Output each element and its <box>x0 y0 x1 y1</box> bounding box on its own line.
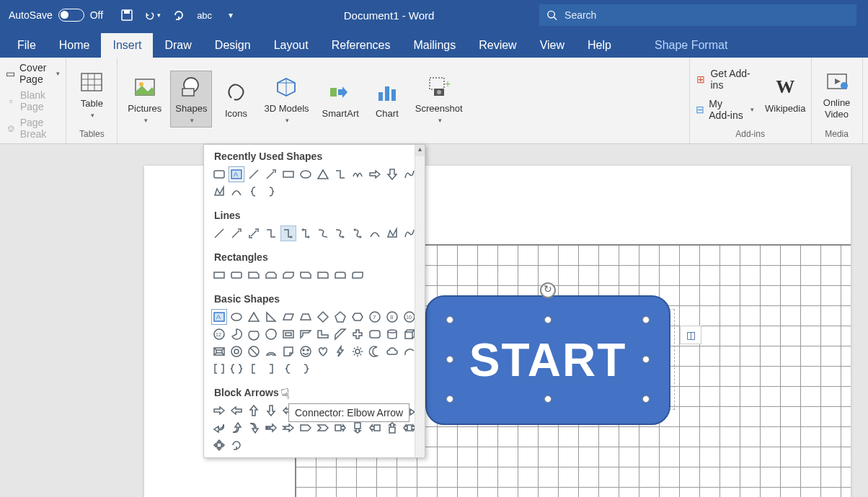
basic-double-brace[interactable] <box>229 361 244 377</box>
shape-sun-burst[interactable] <box>350 166 366 182</box>
arrow-chevron[interactable] <box>315 420 331 436</box>
handle-sw[interactable] <box>446 395 453 403</box>
shape-right-brace[interactable] <box>263 184 279 200</box>
rect-snip1[interactable] <box>246 267 262 283</box>
rect-snip2same[interactable] <box>263 267 279 283</box>
search-input[interactable] <box>564 9 849 21</box>
basic-sun[interactable] <box>350 344 366 359</box>
basic-pie[interactable] <box>229 326 244 342</box>
customize-qat-icon[interactable]: ▾ <box>223 7 239 23</box>
tab-references[interactable]: References <box>320 33 402 58</box>
rect-rounded[interactable] <box>229 267 244 283</box>
basic-chord[interactable] <box>246 326 262 342</box>
handle-e[interactable] <box>642 356 650 363</box>
layout-options-button[interactable]: ◫ <box>680 326 701 344</box>
arrow-callout-quad[interactable] <box>211 437 227 453</box>
page-break-button[interactable]: ⎊Page Break <box>6 115 60 141</box>
shape-triangle[interactable] <box>315 166 331 182</box>
arrow-callout-u[interactable] <box>384 420 400 436</box>
handle-n[interactable] <box>544 316 552 323</box>
3d-models-button[interactable]: 3D Models▾ <box>260 71 313 127</box>
basic-diamond[interactable] <box>315 309 331 325</box>
basic-dodecagon[interactable]: 12 <box>211 326 227 342</box>
basic-parallelogram[interactable] <box>280 309 296 325</box>
arrow-callout-l[interactable] <box>367 420 383 436</box>
line-arrow[interactable] <box>229 225 244 241</box>
tab-review[interactable]: Review <box>467 33 528 58</box>
arrow-pentagon[interactable] <box>298 420 314 436</box>
canvas-area[interactable]: START ◫ ▴ Recently Used Shapes A <box>0 144 868 497</box>
arrow-callout-d[interactable] <box>350 420 366 436</box>
basic-octagon[interactable]: 8 <box>384 309 400 325</box>
shape-line[interactable] <box>246 166 262 182</box>
basic-left-brace[interactable] <box>280 361 296 377</box>
tab-layout[interactable]: Layout <box>262 33 320 58</box>
rect-snip2diag[interactable] <box>280 267 296 283</box>
rect-round1[interactable] <box>315 267 331 283</box>
arrow-notched[interactable] <box>280 420 296 436</box>
tab-home[interactable]: Home <box>48 33 102 58</box>
shape-freeform[interactable] <box>211 184 227 200</box>
handle-ne[interactable] <box>642 316 650 323</box>
start-shape[interactable]: START <box>425 295 670 425</box>
line-freeform[interactable] <box>384 225 400 241</box>
shape-arrow-down[interactable] <box>384 166 400 182</box>
arrow-striped[interactable] <box>263 420 279 436</box>
rect-round2same[interactable] <box>332 267 348 283</box>
basic-left-bracket[interactable] <box>246 361 262 377</box>
pictures-button[interactable]: Pictures▾ <box>123 71 166 127</box>
basic-textbox[interactable]: A <box>211 309 227 325</box>
arrow-curvedleft[interactable] <box>211 420 227 436</box>
get-addins-button[interactable]: ⊞Get Add-ins <box>696 66 754 92</box>
basic-lightning[interactable] <box>332 344 348 359</box>
dropdown-scrollbar[interactable]: ▴ <box>415 145 425 457</box>
connector-elbow-double[interactable] <box>298 225 314 241</box>
repeat-icon[interactable] <box>171 7 187 23</box>
basic-rt-triangle[interactable] <box>263 309 279 325</box>
handle-nw[interactable] <box>446 316 453 323</box>
tab-mailings[interactable]: Mailings <box>402 33 468 58</box>
basic-folded-corner[interactable] <box>280 344 296 359</box>
toggle-switch[interactable] <box>58 9 84 22</box>
shape-left-brace[interactable] <box>246 184 262 200</box>
tab-design[interactable]: Design <box>203 33 262 58</box>
handle-s[interactable] <box>544 395 552 403</box>
rect-snipround[interactable] <box>298 267 314 283</box>
arrow-circular[interactable] <box>229 437 244 453</box>
arrow-up[interactable] <box>246 403 262 418</box>
basic-plaque[interactable] <box>367 326 383 342</box>
undo-icon[interactable]: ▾ <box>145 7 161 23</box>
basic-can[interactable] <box>384 326 400 342</box>
basic-plus[interactable] <box>350 326 366 342</box>
my-addins-button[interactable]: ⊟My Add-ins▾ <box>696 97 754 122</box>
rect-plain[interactable] <box>211 267 227 283</box>
spellcheck-icon[interactable]: abc <box>197 7 213 23</box>
basic-diag-stripe[interactable] <box>332 326 348 342</box>
basic-oval[interactable] <box>229 309 244 325</box>
shapes-button[interactable]: Shapes▾ <box>170 71 212 127</box>
basic-double-bracket[interactable] <box>211 361 227 377</box>
smartart-button[interactable]: SmartArt <box>318 76 363 122</box>
shape-arc[interactable] <box>229 184 244 200</box>
arrow-curvedup[interactable] <box>229 420 244 436</box>
cover-page-button[interactable]: ▭Cover Page▾ <box>6 61 60 86</box>
basic-right-bracket[interactable] <box>263 361 279 377</box>
connector-curved[interactable] <box>315 225 331 241</box>
line-straight[interactable] <box>211 225 227 241</box>
basic-no-symbol[interactable] <box>246 344 262 359</box>
chart-button[interactable]: Chart <box>368 76 407 122</box>
basic-trapezoid[interactable] <box>298 309 314 325</box>
tab-draw[interactable]: Draw <box>153 33 203 58</box>
rect-round2diag[interactable] <box>350 267 366 283</box>
basic-block-arc[interactable] <box>263 344 279 359</box>
basic-teardrop[interactable] <box>263 326 279 342</box>
arrow-right[interactable] <box>211 403 227 418</box>
shape-elbow-connector-plain[interactable] <box>332 166 348 182</box>
basic-heptagon[interactable]: 7 <box>367 309 383 325</box>
shape-arrow-right[interactable] <box>367 166 383 182</box>
connector-curved-arrow[interactable] <box>332 225 348 241</box>
basic-hexagon[interactable] <box>350 309 366 325</box>
shape-textbox[interactable]: A <box>229 166 244 182</box>
basic-cloud[interactable] <box>384 344 400 359</box>
basic-bevel[interactable] <box>211 344 227 359</box>
